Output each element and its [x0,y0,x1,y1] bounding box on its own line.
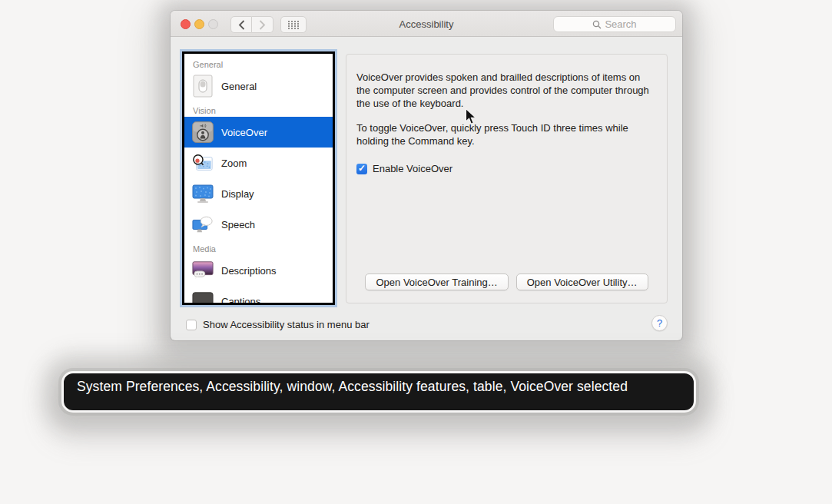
desktop: Accessibility [0,0,832,504]
voiceover-icon [192,120,214,144]
show-accessibility-status-checkbox[interactable] [186,320,197,330]
speech-icon [192,212,214,237]
sidebar-item-label: Captions [221,296,260,306]
search-placeholder: Search [605,18,636,30]
voiceover-caption-text: System Preferences, Accessibility, windo… [77,379,628,394]
open-voiceover-training-button[interactable]: Open VoiceOver Training… [365,274,508,290]
sidebar-item-label: Zoom [221,158,247,169]
zoom-icon [192,151,214,175]
sidebar-item-voiceover[interactable]: VoiceOver [184,117,333,148]
open-voiceover-utility-button[interactable]: Open VoiceOver Utility… [516,274,648,290]
chevron-left-icon [238,20,245,30]
voiceover-description: VoiceOver provides spoken and brailled d… [356,71,652,110]
search-input[interactable]: Search [553,16,676,32]
search-icon [592,20,602,29]
captions-icon [192,289,214,305]
section-header-media: Media [184,240,333,255]
zoom-window-button[interactable] [208,19,218,29]
voiceover-toggle-hint: To toggle VoiceOver, quickly press Touch… [356,121,652,148]
minimize-button[interactable] [194,19,204,29]
show-all-button[interactable] [280,16,307,33]
sidebar-item-label: General [221,81,257,92]
sidebar-item-label: Speech [221,219,255,230]
enable-voiceover-row: Enable VoiceOver [356,163,651,174]
chevron-right-icon [259,20,266,30]
nav-buttons [230,16,273,33]
voiceover-buttons: Open VoiceOver Training… Open VoiceOver … [346,274,667,290]
question-mark-icon: ? [657,317,662,329]
display-icon [192,181,214,206]
sidebar-item-general[interactable]: General [184,71,333,101]
voiceover-caption-panel: System Preferences, Accessibility, windo… [61,371,696,413]
section-header-vision: Vision [184,101,333,117]
footer: Show Accessibility status in menu bar [186,319,370,330]
system-preferences-window: Accessibility [171,11,682,340]
general-icon [192,74,214,98]
close-button[interactable] [181,19,191,29]
show-accessibility-status-label: Show Accessibility status in menu bar [203,319,370,330]
descriptions-icon [192,258,214,283]
section-header-general: General [184,54,333,71]
sidebar-item-label: Descriptions [221,265,277,277]
titlebar: Accessibility [171,11,682,37]
sidebar-item-label: VoiceOver [221,127,267,138]
enable-voiceover-label: Enable VoiceOver [373,163,452,174]
back-button[interactable] [230,16,252,33]
mouse-cursor-icon [465,108,477,125]
sidebar-item-captions[interactable]: Captions [184,286,333,305]
accessibility-features-table[interactable]: General General Vision [182,51,335,305]
enable-voiceover-checkbox[interactable] [356,164,367,174]
grid-icon [287,20,300,30]
sidebar-item-display[interactable]: Display [184,178,333,209]
sidebar-item-label: Display [221,188,254,200]
sidebar-item-speech[interactable]: Speech [184,209,333,240]
sidebar-item-descriptions[interactable]: Descriptions [184,255,333,286]
voiceover-pane: VoiceOver provides spoken and brailled d… [346,54,668,303]
forward-button[interactable] [252,16,273,33]
help-button[interactable]: ? [651,315,668,331]
sidebar-item-zoom[interactable]: Zoom [184,148,333,178]
